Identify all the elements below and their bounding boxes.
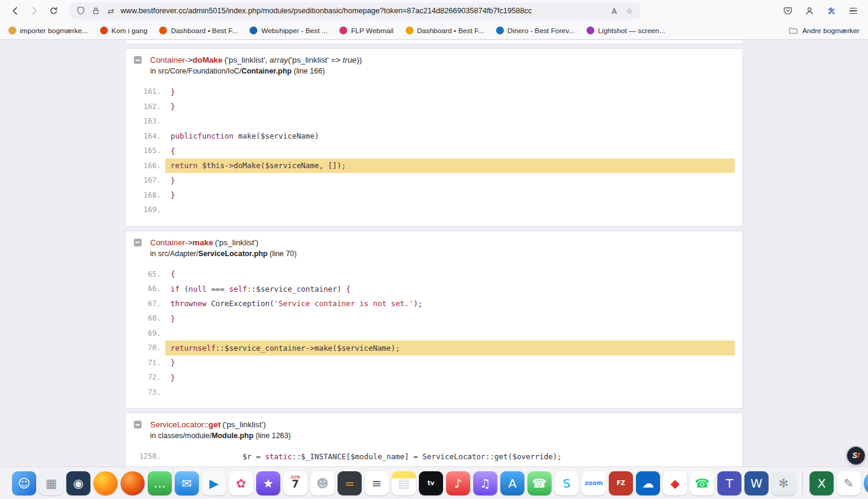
podcasts-dock-icon[interactable]: ♫: [473, 471, 497, 495]
favicon-icon: [339, 27, 347, 34]
notes-dock-icon[interactable]: ▤: [392, 471, 416, 495]
minus-icon: [136, 60, 140, 61]
code-line: 67. throw new CoreException('Service con…: [126, 297, 742, 312]
collapse-icon[interactable]: [134, 56, 142, 64]
frame-location: in src/Core/Foundation/IoC/Container.php…: [150, 67, 742, 75]
code-line: 162. }: [126, 99, 742, 115]
acrobat-dock-icon[interactable]: ◆: [663, 471, 687, 495]
messages-dock-icon[interactable]: …: [148, 471, 172, 495]
facetime-dock-icon[interactable]: ☎: [527, 471, 552, 495]
frame-title: ServiceLocator::get('ps_linklist'): [150, 420, 742, 429]
permissions-icon[interactable]: ⇄: [105, 5, 116, 16]
bookmark-label: Dashboard • Best F...: [171, 27, 237, 35]
favicon-icon: [406, 27, 414, 34]
line-number: 65.: [126, 270, 161, 278]
app-store-dock-icon[interactable]: A: [500, 471, 524, 495]
location-line: (line 70): [268, 250, 297, 258]
code-line: 1258. $r = static::$_INSTANCE[$module_na…: [126, 449, 742, 464]
photos-dock-icon[interactable]: ✿: [229, 471, 253, 495]
minus-icon: [136, 424, 140, 425]
badge-glyph: Sf: [852, 451, 860, 460]
method-separator: ->: [185, 238, 192, 247]
bookmark-item[interactable]: FLP Webmail: [339, 27, 393, 35]
menu-icon[interactable]: [844, 3, 862, 19]
translate-icon[interactable]: A: [609, 5, 620, 16]
floating-extension-badge[interactable]: Sf: [847, 447, 865, 465]
address-bar[interactable]: ⇄ www.bestforever.cc/admin5015/index.php…: [70, 2, 640, 19]
extensions-icon[interactable]: [822, 3, 840, 19]
lock-icon[interactable]: [90, 5, 101, 16]
teams-dock-icon[interactable]: T: [717, 471, 741, 495]
firefox-dock-icon[interactable]: [93, 471, 118, 495]
contacts-dock-icon[interactable]: ☻: [310, 471, 335, 495]
apple-tv-dock-icon[interactable]: tv: [419, 471, 443, 495]
location-path: in src/Adapter/: [150, 250, 198, 258]
account-icon[interactable]: [800, 3, 819, 19]
word-dock-icon[interactable]: W: [744, 471, 769, 495]
code-text: if (null === self::$service_container) {: [165, 281, 742, 297]
firefox-dev-dock-icon[interactable]: [121, 471, 145, 495]
method-name: doMake: [192, 55, 222, 64]
zoom-dock-icon[interactable]: zoom: [582, 471, 606, 495]
code-line: 165. {: [126, 143, 742, 158]
safari-dock-icon[interactable]: ◉: [66, 471, 90, 495]
code-text: [165, 114, 742, 129]
calculator-dock-icon[interactable]: =: [338, 471, 362, 495]
bookmark-item[interactable]: Dashboard • Best F...: [159, 27, 237, 35]
forward-button[interactable]: [25, 3, 43, 19]
automator-dock-icon[interactable]: ✻: [772, 471, 796, 495]
location-line: (line 166): [292, 67, 325, 75]
code-line: 168.}: [126, 188, 742, 203]
code-line: 169.: [126, 202, 742, 218]
favicon-icon: [159, 27, 167, 34]
code-text: }: [165, 370, 742, 385]
line-number: 70.: [126, 344, 161, 352]
mail-dock-icon[interactable]: ✉: [175, 471, 199, 495]
favicon-icon: [496, 27, 504, 34]
bookmark-star-icon[interactable]: ☆: [624, 5, 635, 16]
bookmark-item[interactable]: Dashboard • Best F...: [406, 27, 484, 35]
imovie-dock-icon[interactable]: ★: [256, 471, 280, 495]
excel-dock-icon[interactable]: X: [810, 471, 834, 495]
bookmark-item[interactable]: Kom i gang: [100, 27, 148, 35]
line-number: 66.: [126, 284, 161, 293]
filezilla-dock-icon[interactable]: FZ: [609, 471, 633, 495]
blue-circle-app-dock-icon[interactable]: [864, 471, 868, 495]
music-dock-icon[interactable]: ♪: [446, 471, 470, 495]
launchpad-dock-icon[interactable]: ▦: [39, 471, 63, 495]
other-bookmarks-button[interactable]: Andre bogmærker: [788, 25, 860, 36]
bookmark-item[interactable]: Dinero - Best Forev...: [496, 27, 574, 35]
method-name: get: [209, 420, 221, 429]
onedrive-dock-icon[interactable]: ☁: [636, 471, 660, 495]
line-number: 69.: [126, 329, 161, 337]
reminders-dock-icon[interactable]: ≡: [365, 471, 389, 495]
class-name: Container: [150, 55, 185, 64]
method-name: make: [192, 238, 213, 247]
collapse-icon[interactable]: [134, 421, 142, 428]
bookmark-item[interactable]: importer bogmærke...: [8, 27, 88, 35]
whatsapp-dock-icon[interactable]: ☎: [690, 471, 714, 495]
back-button[interactable]: [6, 3, 24, 19]
code-line: 71. }: [126, 356, 742, 371]
folder-icon: [788, 25, 799, 36]
tracking-shield-icon[interactable]: [75, 5, 86, 16]
code-line: 167. }: [126, 173, 742, 188]
save-to-pocket-icon[interactable]: [779, 3, 797, 19]
code-line: 72.}: [126, 370, 742, 385]
calendar-dock-icon[interactable]: JUN7: [283, 471, 307, 495]
reload-button[interactable]: [45, 3, 63, 19]
method-separator: ::: [204, 420, 208, 429]
bookmark-item[interactable]: Webshipper - Best ...: [250, 27, 327, 35]
finder-dock-icon[interactable]: ☺: [12, 471, 36, 495]
textedit-dock-icon[interactable]: ✎: [837, 471, 861, 495]
location-path: in src/Core/Foundation/IoC/: [150, 67, 242, 75]
bookmark-label: Lightshot — screen...: [598, 27, 665, 35]
code-text: [165, 202, 742, 218]
bookmark-item[interactable]: Lightshot — screen...: [587, 27, 665, 35]
maps-dock-icon[interactable]: ▶: [202, 471, 226, 495]
code-text: }: [165, 356, 742, 371]
code-text: $r = static::$_INSTANCE[$module_name] = …: [165, 449, 742, 464]
collapse-icon[interactable]: [134, 239, 142, 246]
skype-dock-icon[interactable]: S: [555, 471, 579, 495]
code-text: [165, 385, 742, 400]
